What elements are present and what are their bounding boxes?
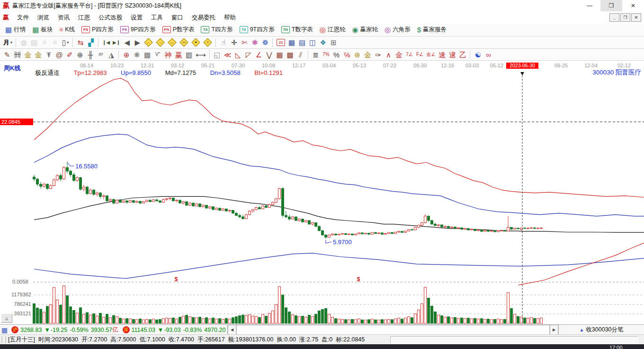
flower-1-button[interactable]: ❃ [250,37,260,48]
gold-grid-1-button[interactable]: 金 [23,49,33,60]
nav-first-button[interactable]: ❙◀ [101,37,111,48]
menu-item-5[interactable]: 设置 [126,12,147,23]
angle-speed-button[interactable]: 速 [437,49,447,60]
angle-line-button[interactable]: ∠ [254,49,264,60]
scroll-left-arrow[interactable]: ◀ [228,325,236,335]
corner-tool-button[interactable]: ◱ [212,49,223,60]
restore-rights-button[interactable]: ⇆ [75,37,86,48]
h-measure-button[interactable]: ⟷ [194,49,207,60]
gold-circle-button[interactable]: ⊛ [352,49,363,60]
crosshair-tool-button[interactable]: ✛ [229,37,239,48]
hand-tool-button[interactable]: ☝ [218,37,229,48]
percent-line-button[interactable]: ℅ [342,49,352,60]
f-ruler-button[interactable]: Ŧ [44,49,54,60]
price-grid-2-button[interactable]: ▩ [285,49,295,60]
angle-ruler-button[interactable]: ◮ [106,49,116,60]
mdi-close-button[interactable]: ✕ [631,13,641,22]
winner-wheel-button[interactable]: ◉赢家轮 [349,25,381,35]
t-square-button[interactable]: T8T四方形 [197,25,236,35]
dia-h-expand-button[interactable]: ⇿ [178,37,190,48]
cut-tool-button[interactable]: ✄ [239,37,250,48]
kline-button[interactable]: ılıK线 [56,25,78,35]
menu-item-0[interactable]: 文件 [13,12,33,23]
sectors-button[interactable]: ▦板块 [29,25,56,35]
chart-area[interactable]: 16.55805.9700$$ 08-1410-2312-3103-1205-2… [0,61,644,324]
comb-button[interactable]: ╫ [85,49,96,60]
gold-angle-button[interactable]: 金 [394,49,404,60]
horizontal-scrollbar[interactable]: ◀ ▶ [228,325,559,335]
percent-button[interactable]: % [331,49,342,60]
t-number-button[interactable]: TNT数字表 [278,25,316,35]
calendar-button[interactable]: 21 [275,37,286,48]
p-square-button[interactable]: P8P四方形 [78,25,117,35]
stock-pick-button[interactable]: ◍ [18,37,29,48]
menu-item-1[interactable]: 浏览 [33,12,54,23]
dia-h-shrink-button[interactable]: ↔ [166,37,178,48]
menu-item-3[interactable]: 江恩 [74,12,94,23]
menu-item-6[interactable]: 工具 [147,12,167,23]
mdi-minimize-button[interactable]: _ [609,13,619,22]
scroll-right-arrow[interactable]: ▶ [550,325,558,335]
shen-tool-button[interactable]: 神 [163,49,173,60]
nav-last-button[interactable]: ▶❙ [111,37,122,48]
export-button[interactable]: ❖ [318,37,328,48]
angle-gold-button[interactable]: 金∠ [425,49,437,60]
angle-f-button[interactable]: F∠ [415,49,425,60]
dia-left-button[interactable]: ← [143,37,154,48]
mdi-restore-button[interactable]: ❐ [620,13,630,22]
9t-square-button[interactable]: T99T四方形 [236,25,278,35]
price-grid-button[interactable]: ▦ [275,49,285,60]
taiji-button[interactable]: ☯ [473,49,483,60]
print-button[interactable]: ⊞ [328,37,339,48]
period-label[interactable]: 周K线 [4,64,20,73]
gann-wheel-button[interactable]: ◎江恩轮 [316,25,349,35]
angle-yi-button[interactable]: 乙 [457,49,468,60]
gold-grid-2-button[interactable]: 金 [33,49,44,60]
flower-2-button[interactable]: ❁ [260,37,270,48]
gann-web-button[interactable]: ❋ [132,49,142,60]
minute-data-button[interactable]: ▲ 收300030分笔 [559,325,644,335]
draw-pen-button[interactable]: ✎ [2,49,12,60]
menu-item-2[interactable]: 资讯 [54,12,74,23]
p-number-button[interactable]: PNP数字表 [159,25,198,35]
spiral-button[interactable]: @ [54,49,64,60]
angle-chase-button[interactable]: 逮 [447,49,457,60]
n-square-button[interactable]: n² [96,49,106,60]
trend-color-button[interactable]: ▞ [86,37,96,48]
percent-7-button[interactable]: 7% [321,49,331,60]
parallel-button[interactable]: ⫽ [295,49,306,60]
grid-marks-button[interactable]: 卌 [12,49,23,60]
stock-label[interactable]: 300030 阳普医疗 [592,68,641,77]
fan-box-button[interactable]: ◺ [233,49,243,60]
ruler-123-button[interactable]: ▥ [184,49,194,60]
menu-item-9[interactable]: 帮助 [220,12,240,23]
status-input-field[interactable] [390,336,638,344]
dia-right-button[interactable]: → [154,37,166,48]
menu-item-8[interactable]: 交易委托 [188,12,220,23]
circle-cross-button[interactable]: ⊕ [75,49,85,60]
quotes-button[interactable]: ▦行情 [2,25,29,35]
scale-ruler-button[interactable]: ≣ [311,49,321,60]
chart-canvas[interactable]: 16.55805.9700$$ [0,61,644,324]
pen-measure-button[interactable]: ✐ [64,49,75,60]
box-fan-button[interactable]: ◸ [243,49,254,60]
minimize-button[interactable]: — [579,0,600,11]
9p-square-button[interactable]: P99P四方形 [117,25,159,35]
win-tool-button[interactable]: 赢 [173,49,184,60]
candle-style-button[interactable]: ▯▾ [60,37,71,48]
nav-prev-button[interactable]: ◀ [122,37,132,48]
bars-3-button[interactable]: ılı [39,37,50,48]
memo-button[interactable]: ▤ [297,37,307,48]
drop-pen-button[interactable]: ✑ [373,49,384,60]
restore-button[interactable]: ❐ [600,0,622,11]
angle-7-button[interactable]: 7∠ [404,49,415,60]
dia-v-shrink-button[interactable]: ✦ [190,37,202,48]
knife-button[interactable]: V" [152,49,163,60]
fan-lines-button[interactable]: ≪ [223,49,233,60]
period-month-button[interactable]: 月▾ [2,37,14,48]
hexagon-button[interactable]: ◎六角形 [381,25,414,35]
v-lines-button[interactable]: ⋁ [264,49,275,60]
a-frame-button[interactable]: ∧ [384,49,394,60]
menu-item-7[interactable]: 窗口 [167,12,188,23]
gann-circle-button[interactable]: ⊕ [121,49,132,60]
